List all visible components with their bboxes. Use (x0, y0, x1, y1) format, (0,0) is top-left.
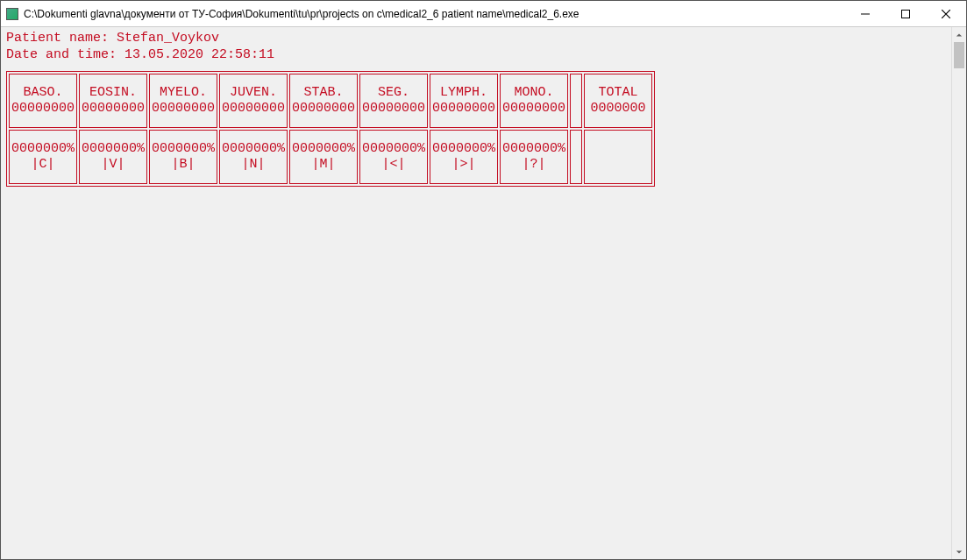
maximize-icon (901, 10, 910, 18)
cell-label: LYMPH. (430, 85, 497, 101)
cell-pct: 0000000% (80, 141, 146, 157)
cell-label: MYELO. (150, 85, 217, 101)
cell-pct: 0000000% (220, 141, 287, 157)
datetime-label: Date and time: (6, 47, 124, 62)
cell-count: 00000000 (10, 101, 76, 117)
cell-count: 00000000 (501, 101, 567, 117)
cell-myelo: MYELO.00000000 (149, 74, 217, 128)
grid-row-2: 0000000%|C| 0000000%|V| 0000000%|B| 0000… (8, 129, 653, 185)
datetime-value: 13.05.2020 22:58:11 (124, 47, 274, 62)
minimize-button[interactable] (845, 1, 885, 26)
patient-line: Patient name: Stefan_Voykov (6, 31, 946, 47)
cell-count: 0000000 (585, 101, 651, 117)
app-window: C:\Dokumenti glavna\документи от ТУ-Софи… (0, 0, 967, 560)
app-icon (6, 8, 18, 20)
cell-seg: SEG.00000000 (359, 74, 428, 128)
cell-key: |N| (220, 157, 287, 173)
cell-count: 00000000 (430, 101, 497, 117)
cell-total: TOTAL0000000 (584, 74, 652, 128)
cell-count: 00000000 (220, 101, 287, 117)
cell-pct: 0000000% (290, 141, 357, 157)
cell-key-v[interactable]: 0000000%|V| (79, 130, 147, 184)
cell-label: EOSIN. (80, 85, 146, 101)
cell-key: |?| (501, 157, 567, 173)
cell-label: JUVEN. (220, 85, 287, 101)
cell-key-gt[interactable]: 0000000%|>| (430, 130, 498, 184)
cell-label: BASO. (10, 85, 76, 101)
minimize-icon (861, 10, 870, 18)
cell-key: |M| (290, 157, 357, 173)
spacer-cell (570, 74, 582, 128)
cell-key: |B| (150, 157, 217, 173)
cell-key: |V| (80, 157, 146, 173)
cell-key-m[interactable]: 0000000%|M| (289, 130, 358, 184)
patient-name: Stefan_Voykov (117, 31, 219, 46)
cell-count: 00000000 (360, 101, 427, 117)
svg-rect-1 (902, 10, 910, 18)
cell-lymph: LYMPH.00000000 (430, 74, 498, 128)
cell-label: MONO. (501, 85, 567, 101)
client-area: Patient name: Stefan_Voykov Date and tim… (1, 27, 966, 559)
chevron-up-icon (956, 32, 963, 39)
cell-juven: JUVEN.00000000 (219, 74, 288, 128)
spacer-cell (570, 130, 582, 184)
cell-pct: 0000000% (360, 141, 427, 157)
cell-key-n[interactable]: 0000000%|N| (219, 130, 288, 184)
close-button[interactable] (926, 1, 966, 26)
cell-baso: BASO.00000000 (9, 74, 77, 128)
cell-pct: 0000000% (10, 141, 76, 157)
scroll-down-button[interactable] (952, 544, 966, 559)
window-title: C:\Dokumenti glavna\документи от ТУ-Софи… (24, 8, 845, 20)
cell-key: |C| (10, 157, 76, 173)
counter-grid: BASO.00000000 EOSIN.00000000 MYELO.00000… (6, 71, 655, 187)
cell-key-b[interactable]: 0000000%|B| (149, 130, 217, 184)
cell-label: TOTAL (585, 85, 651, 101)
cell-mono: MONO.00000000 (500, 74, 568, 128)
cell-count: 00000000 (80, 101, 146, 117)
cell-key: |>| (430, 157, 497, 173)
cell-count: 00000000 (290, 101, 357, 117)
cell-total-blank (584, 130, 652, 184)
cell-label: STAB. (290, 85, 357, 101)
titlebar[interactable]: C:\Dokumenti glavna\документи от ТУ-Софи… (1, 1, 966, 27)
scroll-up-button[interactable] (952, 27, 966, 42)
scroll-thumb[interactable] (954, 42, 964, 68)
datetime-line: Date and time: 13.05.2020 22:58:11 (6, 47, 946, 64)
cell-count: 00000000 (150, 101, 217, 117)
maximize-button[interactable] (885, 1, 926, 26)
grid-row-1: BASO.00000000 EOSIN.00000000 MYELO.00000… (8, 73, 653, 129)
cell-label: SEG. (360, 85, 427, 101)
window-controls (845, 1, 966, 26)
cell-pct: 0000000% (501, 141, 567, 157)
cell-stab: STAB.00000000 (289, 74, 358, 128)
scroll-track[interactable] (952, 42, 966, 544)
cell-pct: 0000000% (150, 141, 217, 157)
cell-eosin: EOSIN.00000000 (79, 74, 147, 128)
patient-label: Patient name: (6, 31, 117, 46)
cell-key-c[interactable]: 0000000%|C| (9, 130, 77, 184)
cell-key-lt[interactable]: 0000000%|<| (359, 130, 428, 184)
chevron-down-icon (956, 549, 963, 556)
close-icon (942, 10, 950, 18)
cell-key-q[interactable]: 0000000%|?| (500, 130, 568, 184)
svg-rect-0 (861, 13, 870, 14)
console-content: Patient name: Stefan_Voykov Date and tim… (1, 27, 951, 559)
cell-key: |<| (360, 157, 427, 173)
vertical-scrollbar[interactable] (951, 27, 966, 559)
cell-pct: 0000000% (430, 141, 497, 157)
